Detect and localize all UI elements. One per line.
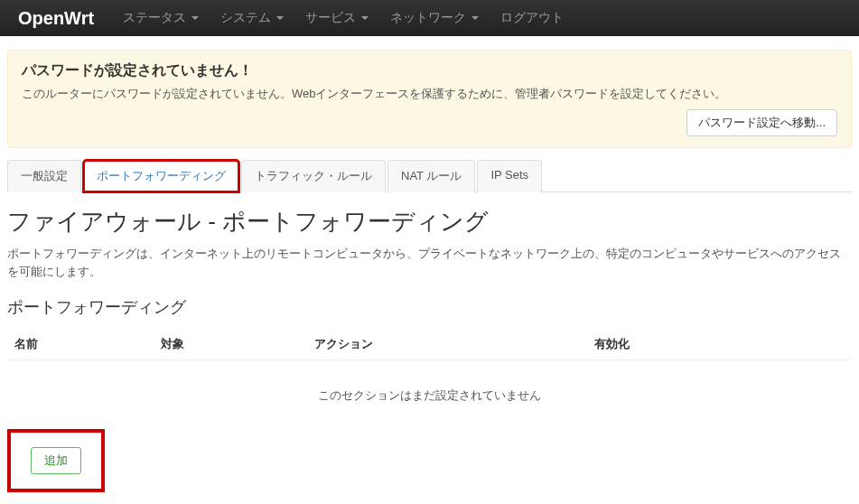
tab-ip-sets[interactable]: IP Sets [477, 160, 542, 192]
empty-message: このセクションはまだ設定されていません [7, 360, 852, 431]
alert-body: このルーターにパスワードが設定されていません。Webインターフェースを保護するた… [22, 86, 837, 102]
table-header: 名前 対象 アクション 有効化 [7, 329, 852, 360]
nav-system[interactable]: システム [210, 1, 294, 35]
col-enable: 有効化 [594, 336, 852, 352]
tabs: 一般設定 ポートフォワーディング トラフィック・ルール NAT ルール IP S… [7, 159, 852, 192]
col-action: アクション [314, 336, 594, 352]
tab-general[interactable]: 一般設定 [7, 160, 81, 192]
page-title: ファイアウォール - ポートフォワーディング [7, 206, 852, 238]
navbar: OpenWrt ステータス システム サービス ネットワーク ログアウト [0, 0, 859, 36]
add-button-highlight: 追加 [9, 431, 103, 490]
chevron-down-icon [472, 16, 479, 20]
main-content: ファイアウォール - ポートフォワーディング ポートフォワーディングは、インター… [0, 206, 859, 504]
nav-status[interactable]: ステータス [112, 1, 210, 35]
tab-nat-rules[interactable]: NAT ルール [387, 160, 475, 192]
tab-port-forwarding[interactable]: ポートフォワーディング [83, 160, 239, 192]
alert-title: パスワードが設定されていません！ [22, 61, 837, 80]
chevron-down-icon [191, 16, 199, 20]
goto-password-button[interactable]: パスワード設定へ移動... [686, 109, 837, 136]
col-name: 名前 [7, 336, 161, 352]
nav-logout[interactable]: ログアウト [490, 1, 574, 35]
nav-services[interactable]: サービス [294, 1, 379, 35]
col-target: 対象 [161, 336, 314, 352]
add-button[interactable]: 追加 [31, 447, 81, 474]
section-title: ポートフォワーディング [7, 296, 852, 318]
tab-traffic-rules[interactable]: トラフィック・ルール [241, 160, 386, 192]
chevron-down-icon [276, 16, 284, 20]
nav-network[interactable]: ネットワーク [379, 1, 490, 35]
chevron-down-icon [361, 16, 369, 20]
page-description: ポートフォワーディングは、インターネット上のリモートコンピュータから、プライベー… [7, 245, 852, 280]
password-warning-alert: パスワードが設定されていません！ このルーターにパスワードが設定されていません。… [7, 50, 852, 148]
brand-logo[interactable]: OpenWrt [18, 8, 94, 29]
